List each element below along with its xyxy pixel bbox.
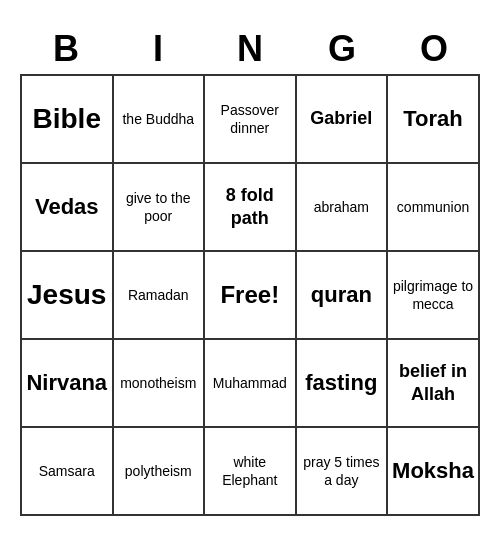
table-row: Jesus [22,252,114,340]
table-row: abraham [297,164,389,252]
title-o: O [390,28,478,70]
table-row: pray 5 times a day [297,428,389,516]
title-i: I [114,28,202,70]
table-row: Ramadan [114,252,206,340]
title-b: B [22,28,110,70]
table-row: Muhammad [205,340,297,428]
table-row: pilgrimage to mecca [388,252,480,340]
table-row: Samsara [22,428,114,516]
bingo-card: B I N G O Biblethe BuddhaPassover dinner… [10,18,490,526]
table-row: Moksha [388,428,480,516]
table-row: the Buddha [114,76,206,164]
table-row: Torah [388,76,480,164]
bingo-title: B I N G O [20,28,480,70]
table-row: monotheism [114,340,206,428]
title-g: G [298,28,386,70]
table-row: Nirvana [22,340,114,428]
table-row: Passover dinner [205,76,297,164]
table-row: Vedas [22,164,114,252]
table-row: 8 fold path [205,164,297,252]
bingo-grid: Biblethe BuddhaPassover dinnerGabrielTor… [20,74,480,516]
table-row: fasting [297,340,389,428]
table-row: quran [297,252,389,340]
title-n: N [206,28,294,70]
table-row: Bible [22,76,114,164]
table-row: give to the poor [114,164,206,252]
table-row: belief in Allah [388,340,480,428]
table-row: communion [388,164,480,252]
table-row: Free! [205,252,297,340]
table-row: polytheism [114,428,206,516]
table-row: Gabriel [297,76,389,164]
table-row: white Elephant [205,428,297,516]
